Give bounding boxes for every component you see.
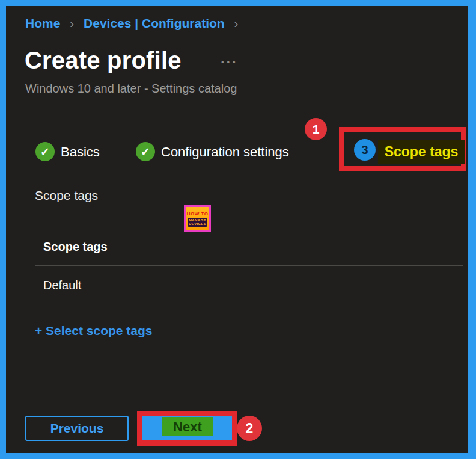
table-row-divider [35, 301, 463, 301]
breadcrumb-separator-icon: › [234, 16, 238, 30]
annotation-highlight-box: Next [137, 411, 237, 446]
page-subtitle: Windows 10 and later - Settings catalog [25, 82, 237, 96]
select-scope-tags-link[interactable]: + Select scope tags [35, 324, 153, 338]
watermark-badge: MANAGE DEVICES [188, 218, 207, 227]
tab-configuration-settings[interactable]: Configuration settings [161, 144, 289, 160]
table-header-divider [35, 265, 463, 266]
watermark-text: HOW TO [187, 211, 209, 217]
breadcrumb: Home › Devices | Configuration › [25, 16, 244, 31]
table-row-default: Default [43, 279, 81, 292]
annotation-green-highlight: Next [162, 417, 213, 436]
page-title: Create profile [25, 47, 182, 74]
step-number-badge: 3 [354, 139, 376, 161]
tab-basics[interactable]: Basics [61, 144, 100, 160]
create-profile-panel: Home › Devices | Configuration › Create … [6, 6, 468, 453]
breadcrumb-home-link[interactable]: Home [25, 16, 60, 30]
annotation-callout-2: 2 [237, 416, 262, 441]
footer-divider [6, 390, 468, 390]
tab-scope-tags[interactable]: Scope tags [378, 140, 465, 164]
table-column-header-scope-tags: Scope tags [43, 240, 108, 254]
watermark-text: DEVICES [189, 222, 206, 226]
annotation-callout-1: 1 [305, 118, 327, 140]
next-button[interactable]: Next [142, 416, 232, 440]
next-button-label: Next [173, 419, 202, 435]
check-icon: ✓ [136, 142, 155, 161]
check-icon: ✓ [35, 142, 55, 161]
section-heading-scope-tags: Scope tags [35, 188, 98, 203]
more-options-icon[interactable]: ••• [221, 58, 239, 67]
breadcrumb-devices-configuration-link[interactable]: Devices | Configuration [84, 16, 225, 30]
breadcrumb-separator-icon: › [70, 16, 74, 30]
previous-button[interactable]: Previous [25, 416, 129, 441]
htmd-watermark-logo: HOW TO MANAGE DEVICES [184, 205, 211, 232]
